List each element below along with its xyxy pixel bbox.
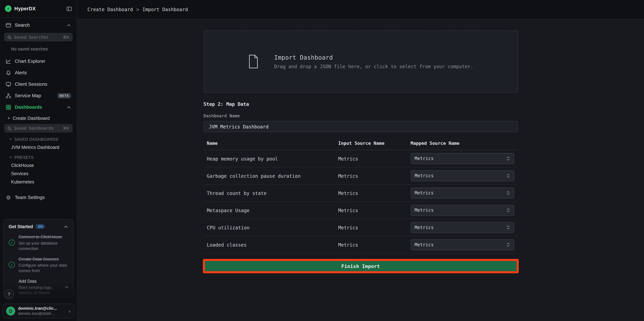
table-row: Heap memory usage by pool Metrics Metric… xyxy=(204,150,518,167)
select-value: Metrics xyxy=(414,173,434,179)
sidebar-item-service-map[interactable]: Service Map BETA xyxy=(0,90,77,101)
user-avatar: D xyxy=(6,307,15,316)
preset-item-clickhouse[interactable]: ClickHouse xyxy=(0,161,77,169)
create-dashboard-label: Create Dashboard xyxy=(13,116,50,121)
table-row: Loaded classes Metrics Metrics xyxy=(204,236,518,254)
annotation-highlight-box: Finish Import xyxy=(203,259,519,273)
chevron-up-icon[interactable] xyxy=(66,105,71,109)
mapped-source-select[interactable]: Metrics xyxy=(410,205,514,216)
sidebar-item-chart-explorer[interactable]: Chart Explorer xyxy=(0,55,77,67)
sidebar-item-client-sessions[interactable]: Client Sessions xyxy=(0,78,77,90)
task-description: Set up your database connection xyxy=(18,241,68,251)
task-description: Configure where your data comes from xyxy=(18,263,68,273)
select-value: Metrics xyxy=(414,156,434,161)
task-description: Start sending logs, metrics, or traces xyxy=(18,285,61,296)
sidebar: ⚡ HyperDX Search Saved Searches ⌘K No sa… xyxy=(0,0,77,321)
dashboard-item-jvm-metrics[interactable]: JVM Metrics Dashboard xyxy=(0,143,77,151)
input-source-name: Metrics xyxy=(335,207,407,213)
table-row: Thread count by state Metrics Metrics xyxy=(204,185,518,202)
app-title: HyperDX xyxy=(14,6,36,11)
preset-item-kubernetes[interactable]: Kubernetes xyxy=(0,178,77,186)
get-started-item-connect[interactable]: ✓ Connect to ClickHouse Set up your data… xyxy=(8,234,68,251)
saved-dashboards-placeholder: Saved Dashboards xyxy=(14,126,60,130)
dashboard-name-label: Dashboard Name xyxy=(204,113,518,118)
sidebar-item-team-settings[interactable]: ⚙ Team Settings xyxy=(0,192,77,203)
task-title: Create Data Sources xyxy=(18,257,68,262)
dropzone-subtitle: Drag and drop a JSON file here, or click… xyxy=(274,63,473,69)
check-circle-icon: ✓ xyxy=(8,262,15,268)
page-content: Import Dashboard Drag and drop a JSON fi… xyxy=(77,19,644,321)
arrow-right-icon: → xyxy=(64,284,68,290)
select-chevrons-icon xyxy=(506,190,510,196)
select-chevrons-icon xyxy=(506,242,510,247)
input-source-name: Metrics xyxy=(335,156,407,162)
finish-import-button[interactable]: Finish Import xyxy=(205,261,516,271)
select-value: Metrics xyxy=(414,190,434,196)
chevron-up-icon[interactable] xyxy=(64,224,68,229)
user-menu[interactable]: D dominic.tran@clic... dominic.tran@clic… xyxy=(2,304,74,319)
breadcrumb: Create Dashboard > Import Dashboard xyxy=(77,0,644,19)
sidebar-collapse-icon[interactable] xyxy=(66,6,72,11)
dashboard-name-input[interactable] xyxy=(204,121,518,132)
sidebar-item-alerts[interactable]: Alerts xyxy=(0,67,77,78)
breadcrumb-import-dashboard[interactable]: Import Dashboard xyxy=(142,6,188,12)
saved-searches-input[interactable]: Saved Searches ⌘K xyxy=(4,33,73,41)
preset-item-services[interactable]: Services xyxy=(0,169,77,178)
shortcut-hint: ⌘K xyxy=(63,126,70,130)
chevron-down-icon xyxy=(9,155,12,159)
dropzone-title: Import Dashboard xyxy=(274,54,473,61)
import-dropzone[interactable]: Import Dashboard Drag and drop a JSON fi… xyxy=(204,30,518,93)
monitor-icon xyxy=(6,81,11,87)
user-name: dominic.tran@clic... xyxy=(18,306,66,311)
nav-label: Chart Explorer xyxy=(15,59,45,64)
get-started-item-add-data[interactable]: Add Data Start sending logs, metrics, or… xyxy=(8,279,68,296)
sidebar-section-search[interactable]: Search xyxy=(0,18,77,32)
bell-icon xyxy=(6,70,11,75)
task-title: Connect to ClickHouse xyxy=(18,234,68,239)
hyperdx-logo-icon: ⚡ xyxy=(5,5,12,12)
select-chevrons-icon xyxy=(506,173,510,179)
step-heading: Step 2: Map Data xyxy=(204,101,518,107)
search-icon xyxy=(8,126,12,130)
mapped-source-select[interactable]: Metrics xyxy=(410,239,514,250)
nav-label: Client Sessions xyxy=(15,82,48,87)
chevron-right-icon: › xyxy=(68,308,71,314)
chevron-up-icon[interactable] xyxy=(66,23,71,27)
plus-icon: + xyxy=(8,115,10,121)
nav-label: Dashboards xyxy=(15,105,42,109)
table-row: CPU utilization Metrics Metrics xyxy=(204,219,518,236)
input-source-name: Metrics xyxy=(335,225,407,230)
shortcut-hint: ⌘K xyxy=(63,35,70,39)
no-saved-searches-text: No saved searches xyxy=(11,46,77,51)
table-header-row: Name Input Source Name Mapped Source Nam… xyxy=(204,137,518,150)
get-started-item-sources[interactable]: ✓ Create Data Sources Configure where yo… xyxy=(8,257,68,273)
chart-name: Metaspace Usage xyxy=(204,207,335,213)
breadcrumb-separator: > xyxy=(136,6,139,12)
chart-name: CPU utilization xyxy=(204,225,335,230)
get-started-title: Get Started xyxy=(8,224,33,229)
mapped-source-select[interactable]: Metrics xyxy=(410,222,514,233)
service-map-icon xyxy=(6,93,11,98)
saved-dashboards-input[interactable]: Saved Dashboards ⌘K xyxy=(4,124,73,132)
chart-name: Thread count by state xyxy=(204,190,335,196)
chart-name: Heap memory usage by pool xyxy=(204,156,335,162)
saved-dashboards-section-header[interactable]: SAVED DASHBOARDS xyxy=(0,135,77,143)
sidebar-item-dashboards[interactable]: Dashboards xyxy=(0,101,77,113)
saved-searches-placeholder: Saved Searches xyxy=(14,35,60,39)
column-header-input-source: Input Source Name xyxy=(335,141,407,146)
search-section-label: Search xyxy=(15,23,30,27)
presets-section-header[interactable]: PRESETS xyxy=(0,153,77,161)
beta-badge: BETA xyxy=(58,93,71,98)
nav-label: Service Map xyxy=(15,93,41,98)
mapped-source-select[interactable]: Metrics xyxy=(410,188,514,199)
get-started-header[interactable]: Get Started 2/3 xyxy=(8,224,68,229)
chevron-down-icon xyxy=(9,137,12,141)
input-source-name: Metrics xyxy=(335,242,407,248)
mapped-source-select[interactable]: Metrics xyxy=(410,170,514,181)
create-dashboard-button[interactable]: + Create Dashboard xyxy=(0,113,77,124)
select-chevrons-icon xyxy=(506,208,510,213)
breadcrumb-create-dashboard[interactable]: Create Dashboard xyxy=(88,6,133,12)
section-header-label: SAVED DASHBOARDS xyxy=(14,137,58,141)
mapped-source-select[interactable]: Metrics xyxy=(410,153,514,164)
select-value: Metrics xyxy=(414,225,434,230)
